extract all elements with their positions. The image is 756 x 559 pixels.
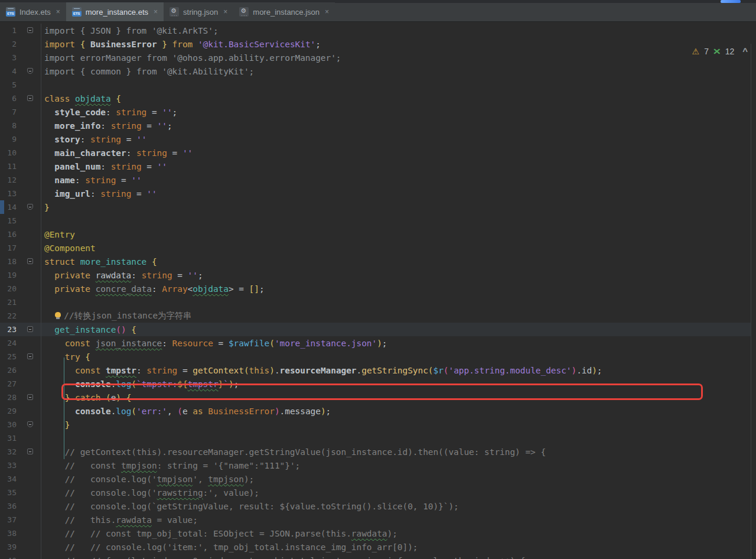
line-number[interactable]: 22 (0, 311, 20, 320)
line-number[interactable]: 33 (0, 461, 20, 470)
code-line[interactable]: 33 // const tmpjson: string = '{"name":"… (0, 459, 756, 472)
fold-start-icon[interactable] (27, 27, 33, 33)
fold-end-icon[interactable] (27, 68, 33, 74)
code-line[interactable]: 38 // // const tmp_obj_total: ESObject =… (0, 526, 756, 540)
code-line[interactable]: 3import errorManager from '@ohos.app.abi… (0, 51, 756, 64)
code-line[interactable]: 35 // console.log('rawstring:', value); (0, 486, 756, 499)
code-line[interactable]: 14} (0, 200, 756, 214)
fold-start-icon[interactable] (27, 258, 33, 264)
line-number[interactable]: 28 (0, 393, 20, 402)
line-number[interactable]: 20 (0, 284, 20, 293)
line-number[interactable]: 23 (0, 325, 20, 334)
code-line[interactable]: 24 const json_instance: Resource = $rawf… (0, 336, 756, 350)
line-number[interactable]: 15 (0, 216, 20, 225)
line-number[interactable]: 32 (0, 447, 20, 456)
line-number[interactable]: 16 (0, 230, 20, 239)
tab-close-icon[interactable]: × (325, 8, 329, 16)
code-line[interactable]: 29 console.log('err:', (e as BusinessErr… (0, 404, 756, 418)
code-line[interactable]: 34 // console.log('tmpjson', tmpjson); (0, 472, 756, 486)
code-line[interactable]: 26 const tmpstr: string = getContext(thi… (0, 363, 756, 377)
line-number[interactable]: 2 (0, 40, 20, 48)
tab-close-icon[interactable]: × (223, 8, 227, 16)
fold-start-icon[interactable] (27, 448, 33, 454)
code-line[interactable]: 6class objdata { (0, 92, 756, 105)
warning-count[interactable]: 7 (704, 47, 709, 56)
code-editor[interactable]: 1import { JSON } from '@kit.ArkTS';2impo… (0, 22, 756, 559)
code-line[interactable]: 7 style_code: string = ''; (0, 105, 756, 119)
collapse-chevron-icon[interactable]: ^ (742, 46, 748, 56)
line-number[interactable]: 25 (0, 352, 20, 361)
code-line[interactable]: 8 more_info: string = ''; (0, 119, 756, 132)
line-number[interactable]: 13 (0, 189, 20, 198)
tab-index-ets[interactable]: Index.ets× (0, 2, 66, 21)
line-number[interactable]: 36 (0, 502, 20, 511)
code-line[interactable]: 13 img_url: string = '' (0, 187, 756, 200)
line-number[interactable]: 4 (0, 67, 20, 76)
fold-start-icon[interactable] (27, 95, 33, 101)
code-line[interactable]: 16@Entry (0, 228, 756, 241)
code-line[interactable]: 11 panel_num: string = '' (0, 160, 756, 173)
code-line[interactable]: 21 (0, 295, 756, 309)
typo-count[interactable]: 12 (725, 47, 735, 56)
code-line[interactable]: 18struct more_instance { (0, 255, 756, 268)
line-number[interactable]: 18 (0, 257, 20, 266)
code-line[interactable]: 9 story: string = '' (0, 132, 756, 146)
line-number[interactable]: 9 (0, 135, 20, 144)
line-number[interactable]: 11 (0, 162, 20, 171)
line-number[interactable]: 1 (0, 26, 20, 35)
line-number[interactable]: 19 (0, 271, 20, 280)
tab-close-icon[interactable]: × (56, 8, 60, 16)
line-number[interactable]: 10 (0, 148, 20, 157)
code-line[interactable]: 32 // getContext(this).resourceManager.g… (0, 445, 756, 459)
line-number[interactable]: 21 (0, 298, 20, 307)
code-line[interactable]: 31 (0, 431, 756, 445)
bulb-icon[interactable] (54, 312, 61, 319)
code-area[interactable]: 1import { JSON } from '@kit.ArkTS';2impo… (0, 24, 756, 559)
scrollbar-track[interactable] (751, 44, 756, 559)
line-number[interactable]: 3 (0, 53, 20, 62)
line-number[interactable]: 35 (0, 488, 20, 497)
line-number[interactable]: 27 (0, 379, 20, 388)
fold-start-icon[interactable] (27, 353, 33, 359)
inspections-widget[interactable]: ⚠ 7 ✕ 12 ^ (692, 46, 748, 56)
code-line[interactable]: 2import { BusinessError } from '@kit.Bas… (0, 37, 756, 51)
line-number[interactable]: 37 (0, 515, 20, 524)
code-line[interactable]: 10 main_character: string = '' (0, 146, 756, 160)
code-line[interactable]: 23 get_instance() { (0, 323, 756, 336)
code-line[interactable]: 37 // this.rawdata = value; (0, 513, 756, 526)
code-line[interactable]: 28 } catch (e) { (0, 391, 756, 404)
code-line[interactable]: 36 // console.log(`getStringValue, resul… (0, 499, 756, 513)
code-line[interactable]: 40 // // for (let index = 0; index < tmp… (0, 554, 756, 559)
code-line[interactable]: 22 //转换json_instance为字符串 (0, 309, 756, 323)
fold-start-icon[interactable] (27, 394, 33, 400)
fold-end-icon[interactable] (27, 421, 33, 427)
code-line[interactable]: 25 try { (0, 350, 756, 363)
line-number[interactable]: 6 (0, 94, 20, 103)
code-line[interactable]: 39 // // console.log('item:', tmp_obj_to… (0, 540, 756, 554)
code-line[interactable]: 5 (0, 78, 756, 92)
code-line[interactable]: 27 console.log(`tmpstr:${tmpstr}`); (0, 377, 756, 391)
line-number[interactable]: 31 (0, 434, 20, 443)
line-number[interactable]: 29 (0, 407, 20, 415)
line-number[interactable]: 34 (0, 474, 20, 483)
line-number[interactable]: 12 (0, 176, 20, 184)
code-line[interactable]: 15 (0, 214, 756, 228)
code-line[interactable]: 20 private concre_data: Array<objdata> =… (0, 282, 756, 295)
line-number[interactable]: 39 (0, 542, 20, 551)
code-line[interactable]: 19 private rawdata: string = ''; (0, 268, 756, 282)
code-line[interactable]: 30 } (0, 418, 756, 431)
code-line[interactable]: 17@Component (0, 241, 756, 255)
tab-more_instance-ets[interactable]: more_instance.ets× (66, 2, 164, 21)
fold-start-icon[interactable] (27, 326, 33, 332)
line-number[interactable]: 17 (0, 243, 20, 252)
code-line[interactable]: 4import { common } from '@kit.AbilityKit… (0, 64, 756, 78)
tab-string-json[interactable]: string.json× (164, 2, 233, 21)
line-number[interactable]: 8 (0, 121, 20, 130)
line-number[interactable]: 40 (0, 556, 20, 559)
tab-close-icon[interactable]: × (154, 8, 158, 16)
line-number[interactable]: 30 (0, 420, 20, 429)
line-number[interactable]: 26 (0, 366, 20, 375)
code-line[interactable]: 12 name: string = '' (0, 173, 756, 187)
line-number[interactable]: 38 (0, 529, 20, 538)
line-number[interactable]: 24 (0, 339, 20, 347)
